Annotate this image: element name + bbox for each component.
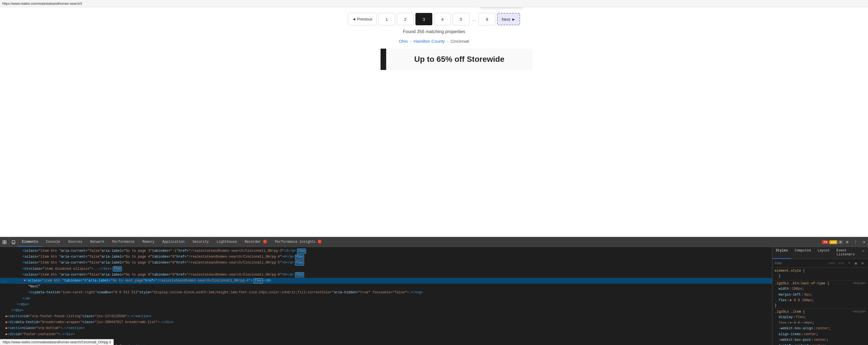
pagination-ellipsis: ... — [471, 17, 477, 22]
ad-right-text: Up to 65% off Storewide — [414, 55, 504, 64]
url-bar[interactable] — [0, 1, 84, 6]
tooltip: a.item.btn 100×40 — [480, 7, 523, 8]
page-5-button[interactable]: 5 — [453, 13, 469, 25]
ad-banner-row: BLACK FRIDAY SALE | UP TO 65% OFF i ✕ Up… — [336, 48, 532, 70]
page-wrapper: ◄ Previous 1 2 3 4 5 ... 9 a.item.btn 10… — [0, 7, 868, 73]
page-2-button[interactable]: 2 — [397, 13, 414, 25]
top-section: ◄ Previous 1 2 3 4 5 ... 9 a.item.btn 10… — [0, 7, 868, 73]
ad-banner-right: Up to 65% off Storewide — [386, 48, 532, 70]
breadcrumb-hamilton[interactable]: Hamilton County — [413, 39, 445, 43]
breadcrumb-cincinnati: Cincinnati — [451, 39, 469, 43]
found-text: Found 356 matching properties — [403, 29, 465, 34]
breadcrumb-sep-2: › — [447, 39, 448, 43]
page-4-button[interactable]: 4 — [434, 13, 451, 25]
next-button-wrapper: a.item.btn 100×40 Next ► — [497, 13, 520, 25]
breadcrumb: Ohio › Hamilton County › Cincinnati — [399, 39, 469, 43]
page-9-button[interactable]: 9 — [478, 13, 495, 25]
page-3-button[interactable]: 3 — [415, 13, 432, 25]
main-content: ◄ Previous 1 2 3 4 5 ... 9 a.item.btn 10… — [0, 7, 868, 73]
prev-button[interactable]: ◄ Previous — [348, 13, 377, 25]
breadcrumb-ohio[interactable]: Ohio — [399, 39, 408, 43]
breadcrumb-sep-1: › — [410, 39, 411, 43]
next-button[interactable]: Next ► — [497, 13, 520, 25]
pagination: ◄ Previous 1 2 3 4 5 ... 9 a.item.btn 10… — [348, 13, 520, 25]
page-1-button[interactable]: 1 — [378, 13, 395, 25]
browser-chrome — [0, 0, 868, 7]
